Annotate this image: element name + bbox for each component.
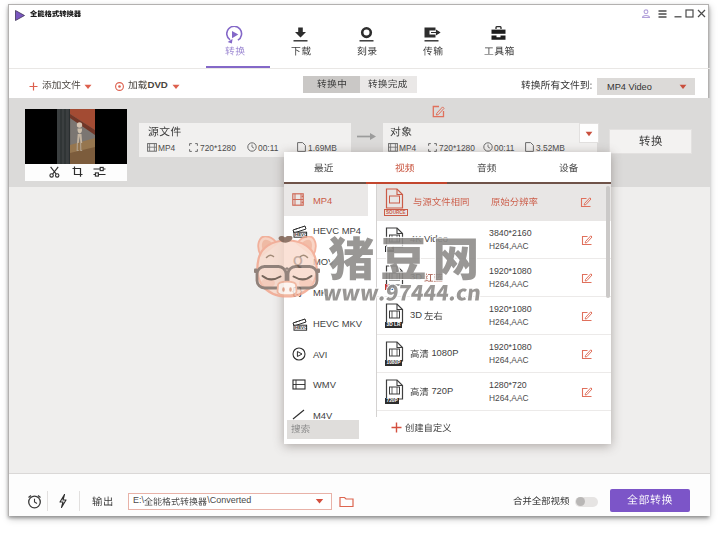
- svg-text:HEVC: HEVC: [295, 325, 308, 330]
